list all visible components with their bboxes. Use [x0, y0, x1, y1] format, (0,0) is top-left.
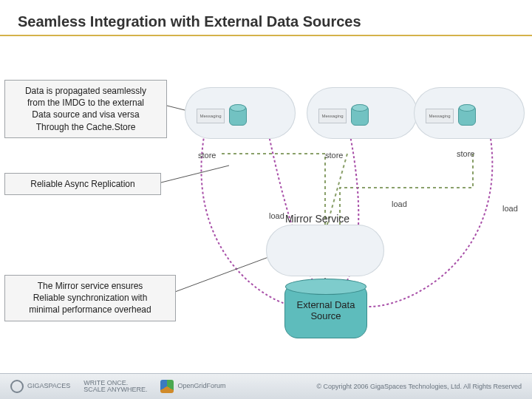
company-logo: GIGASPACES — [10, 380, 70, 393]
store-label: store — [198, 151, 216, 160]
copyright: © Copyright 2006 GigaSpaces Technologies… — [316, 383, 522, 390]
processing-unit-1: Messaging — [185, 87, 296, 139]
page-title: Seamless Integration with External Data … — [0, 0, 532, 36]
messaging-box: Messaging — [318, 109, 347, 123]
diagram-canvas: Data is propagated seamlessly from the I… — [0, 40, 532, 365]
imdg-cylinder — [229, 106, 247, 126]
callout-replication: Reliable Async Replication — [4, 173, 161, 195]
processing-unit-3: Messaging — [414, 87, 525, 139]
callout-mirror: The Mirror service ensures Reliable sync… — [4, 275, 176, 321]
store-label: store — [457, 149, 474, 158]
processing-unit-2: Messaging — [307, 87, 417, 139]
load-label: load — [502, 204, 518, 213]
store-label: store — [325, 151, 343, 160]
tagline: WRITE ONCE. SCALE ANYWHERE. — [83, 380, 147, 393]
imdg-cylinder — [351, 106, 369, 126]
imdg-cylinder — [458, 106, 476, 126]
callout-propagation: Data is propagated seamlessly from the I… — [4, 80, 167, 138]
external-data-source-label: External Data Source — [285, 299, 366, 321]
messaging-box: Messaging — [197, 109, 225, 123]
external-data-source: External Data Source — [284, 285, 367, 338]
messaging-box: Messaging — [426, 109, 454, 123]
mirror-service-label: Mirror Service — [285, 213, 349, 225]
load-label: load — [392, 200, 407, 208]
svg-line-2 — [161, 254, 276, 297]
ogf-logo: OpenGridForum — [160, 380, 225, 393]
mirror-service-cloud — [266, 225, 384, 276]
load-label: load — [269, 211, 284, 220]
footer: GIGASPACES WRITE ONCE. SCALE ANYWHERE. O… — [0, 373, 532, 399]
